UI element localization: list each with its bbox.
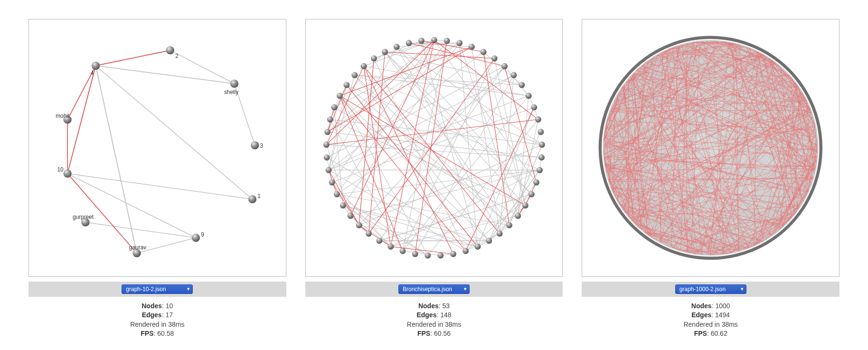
svg-point-181 xyxy=(501,63,508,69)
svg-point-203 xyxy=(412,251,418,257)
graph-panel-3: graph-1000-2.json Nodes: 1000 Edges: 149… xyxy=(582,19,840,339)
svg-line-11 xyxy=(96,66,137,253)
svg-point-200 xyxy=(450,251,456,257)
svg-point-221 xyxy=(351,72,358,78)
node-label: 1 xyxy=(257,193,261,199)
svg-line-148 xyxy=(390,40,434,246)
dataset-select-2[interactable]: Bronchiseptica.json xyxy=(398,284,470,294)
svg-point-195 xyxy=(506,222,512,228)
nodes-value: 1000 xyxy=(715,302,730,310)
fps-label: FPS xyxy=(694,330,707,337)
node-label: 2 xyxy=(175,53,179,59)
svg-point-215 xyxy=(323,142,330,148)
svg-point-219 xyxy=(337,93,343,99)
svg-line-142 xyxy=(364,66,391,246)
graph-svg-3 xyxy=(582,19,839,276)
svg-point-182 xyxy=(510,72,517,78)
svg-line-126 xyxy=(332,40,434,182)
svg-point-25 xyxy=(192,234,200,242)
svg-line-9 xyxy=(85,222,196,237)
svg-line-42 xyxy=(329,170,466,251)
svg-point-194 xyxy=(515,213,521,219)
svg-line-162 xyxy=(340,47,472,95)
svg-line-8 xyxy=(67,173,252,199)
select-bar-3: graph-1000-2.json xyxy=(582,282,840,297)
svg-line-123 xyxy=(518,119,538,216)
svg-point-192 xyxy=(528,191,535,198)
edges-label: Edges xyxy=(142,311,162,319)
svg-line-88 xyxy=(343,43,459,206)
svg-line-104 xyxy=(364,66,528,95)
svg-line-110 xyxy=(350,170,540,216)
svg-point-21 xyxy=(251,141,259,149)
svg-line-4 xyxy=(96,66,253,199)
svg-point-197 xyxy=(486,237,492,244)
nodes-label: Nodes xyxy=(691,302,712,310)
edges-value: 17 xyxy=(165,311,173,319)
svg-point-223 xyxy=(371,56,377,62)
svg-point-218 xyxy=(331,104,337,111)
svg-point-208 xyxy=(356,222,362,228)
svg-point-191 xyxy=(533,180,539,186)
edges-value: 148 xyxy=(440,311,451,319)
graph-panel-2: Bronchiseptica.json Nodes: 53 Edges: 148… xyxy=(305,19,563,339)
svg-line-132 xyxy=(374,40,434,58)
svg-line-45 xyxy=(343,206,428,255)
node-label: gaurav xyxy=(129,244,146,251)
svg-point-213 xyxy=(325,167,331,173)
svg-point-211 xyxy=(334,191,340,198)
node-label: gurpreet xyxy=(73,214,94,220)
svg-line-98 xyxy=(354,75,521,85)
edges-label: Edges xyxy=(691,311,711,319)
dataset-select-1[interactable]: graph-10-2.json xyxy=(122,284,193,294)
svg-line-5 xyxy=(170,50,234,84)
select-bar-1: graph-10-2.json xyxy=(28,282,286,297)
svg-point-184 xyxy=(525,93,531,99)
rendered-text: Rendered in 38ms xyxy=(130,320,184,330)
nodes-label: Nodes xyxy=(418,302,439,310)
edges-value: 1494 xyxy=(715,311,730,319)
svg-point-178 xyxy=(469,44,475,50)
svg-point-18 xyxy=(92,62,100,70)
graph-svg-2 xyxy=(306,19,563,276)
svg-line-112 xyxy=(334,52,385,107)
node-label: 4 xyxy=(91,70,94,76)
fps-value: 60.62 xyxy=(711,330,727,337)
node-label: 3 xyxy=(260,142,264,149)
svg-line-92 xyxy=(379,194,531,241)
stats-3: Nodes: 1000 Edges: 1494 Rendered in 38ms… xyxy=(683,302,737,339)
svg-line-174 xyxy=(359,225,391,246)
svg-point-190 xyxy=(537,167,543,173)
svg-point-210 xyxy=(340,202,346,208)
svg-point-227 xyxy=(418,38,425,44)
svg-line-90 xyxy=(354,75,528,96)
fps-value: 60.56 xyxy=(434,330,451,337)
svg-point-193 xyxy=(522,202,528,208)
svg-point-185 xyxy=(531,104,537,111)
svg-line-53 xyxy=(337,194,428,255)
svg-point-19 xyxy=(230,80,238,88)
svg-point-17 xyxy=(166,46,174,54)
select-bar-2: Bronchiseptica.json xyxy=(305,282,563,297)
nodes-value: 53 xyxy=(443,302,450,310)
node-label: 10 xyxy=(57,166,64,173)
graph-canvas-2[interactable] xyxy=(305,19,563,277)
svg-line-86 xyxy=(340,96,427,255)
fps-value: 60.58 xyxy=(157,330,174,337)
stats-1: Nodes: 10 Edges: 17 Rendered in 38ms FPS… xyxy=(130,302,184,339)
svg-line-39 xyxy=(396,47,531,194)
edges-label: Edges xyxy=(416,311,436,319)
svg-point-189 xyxy=(538,154,545,161)
svg-point-175 xyxy=(431,37,437,43)
svg-point-187 xyxy=(538,129,544,135)
svg-point-225 xyxy=(393,44,399,50)
svg-point-216 xyxy=(324,129,330,135)
graph-canvas-3[interactable] xyxy=(582,19,840,277)
svg-line-13 xyxy=(96,50,170,66)
stats-2: Nodes: 53 Edges: 148 Rendered in 38ms FP… xyxy=(407,302,461,339)
svg-line-165 xyxy=(326,40,434,144)
dataset-select-3[interactable]: graph-1000-2.json xyxy=(675,284,746,294)
graph-canvas-1[interactable]: 2 4 shelly mohit 3 10 1 gurpreet 9 gaura… xyxy=(28,19,286,277)
svg-line-15 xyxy=(67,66,95,173)
svg-point-207 xyxy=(366,230,372,236)
